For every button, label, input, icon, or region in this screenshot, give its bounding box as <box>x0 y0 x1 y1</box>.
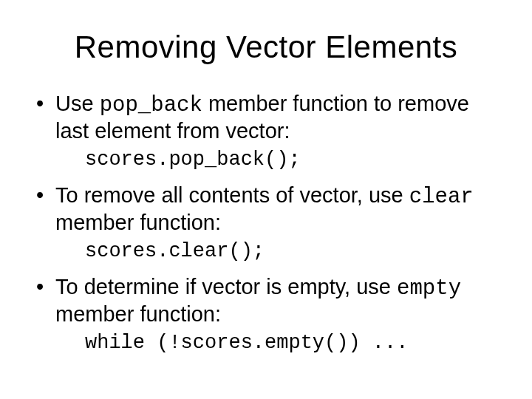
bullet-item: To determine if vector is empty, use emp… <box>33 274 499 327</box>
slide: Removing Vector Elements Use pop_back me… <box>0 0 532 399</box>
bullet-item: To remove all contents of vector, use cl… <box>33 183 499 235</box>
inline-code: clear <box>409 185 474 209</box>
slide-title: Removing Vector Elements <box>33 30 499 65</box>
bullet-text-pre: To remove all contents of vector, use <box>55 183 409 207</box>
inline-code: pop_back <box>100 93 202 117</box>
bullet-list: Use pop_back member function to remove l… <box>33 91 499 355</box>
inline-code: empty <box>397 276 461 301</box>
bullet-text-pre: Use <box>55 92 100 115</box>
code-example: scores.pop_back(); <box>85 148 499 171</box>
code-example: scores.clear(); <box>85 239 499 263</box>
bullet-item: Use pop_back member function to remove l… <box>33 91 499 143</box>
code-example: while (!scores.empty()) ... <box>85 331 499 355</box>
bullet-text-pre: To determine if vector is empty, use <box>55 275 397 299</box>
bullet-text-post: member function: <box>55 302 221 326</box>
bullet-text-post: member function: <box>55 211 221 234</box>
